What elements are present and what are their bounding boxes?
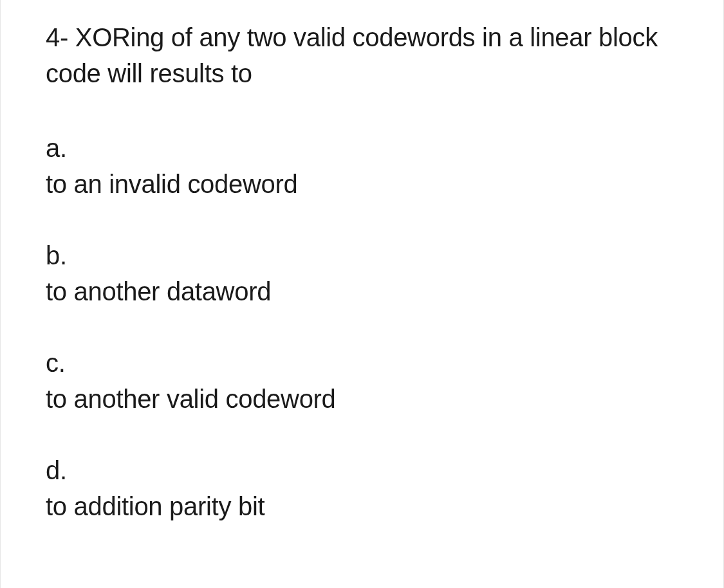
option-a: a. to an invalid codeword [46,130,678,202]
option-text-c: to another valid codeword [46,381,678,417]
option-text-d: to addition parity bit [46,488,678,524]
option-text-a: to an invalid codeword [46,166,678,202]
option-letter-d: d. [46,452,678,488]
option-c: c. to another valid codeword [46,345,678,417]
option-text-b: to another dataword [46,273,678,309]
option-b: b. to another dataword [46,237,678,309]
option-letter-c: c. [46,345,678,381]
option-letter-b: b. [46,237,678,273]
question-container: 4- XORing of any two valid codewords in … [46,19,678,524]
question-text: 4- XORing of any two valid codewords in … [46,19,678,91]
option-d: d. to addition parity bit [46,452,678,524]
option-letter-a: a. [46,130,678,166]
